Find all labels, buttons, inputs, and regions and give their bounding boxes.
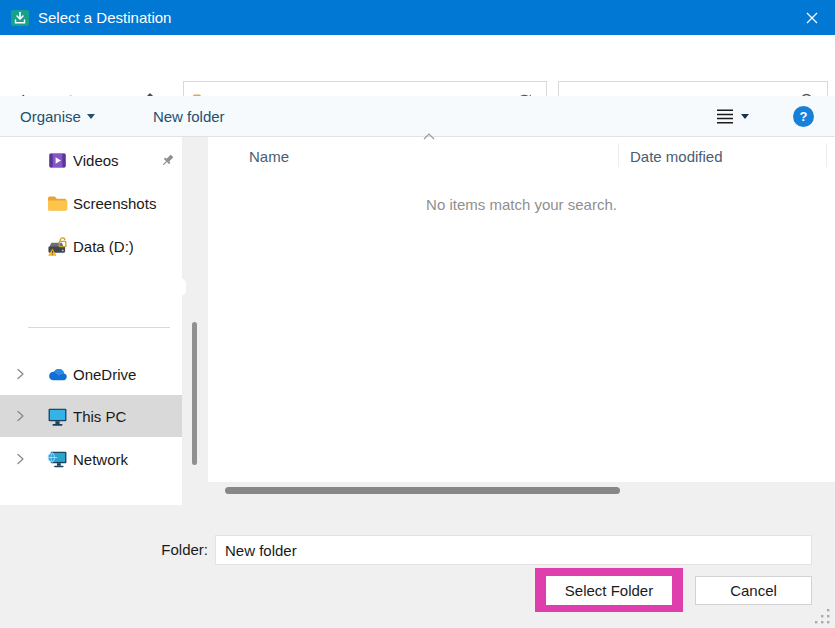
organise-label: Organise (20, 108, 81, 125)
sidebar-item-network[interactable]: Network (0, 438, 182, 480)
videos-icon (47, 150, 68, 171)
horizontal-scrollbar-thumb[interactable] (225, 487, 620, 494)
dropdown-caret-icon (87, 114, 95, 119)
computer-icon (47, 406, 68, 427)
expand-chevron-icon[interactable] (14, 368, 26, 380)
cancel-button[interactable]: Cancel (695, 576, 812, 605)
sidebar-item-label: OneDrive (73, 366, 136, 383)
command-bar: Organise New folder (0, 96, 835, 137)
select-folder-button[interactable]: Select Folder (546, 576, 672, 605)
change-view-button[interactable] (716, 108, 749, 125)
close-icon (805, 11, 819, 25)
sidebar-item-label: Screenshots (73, 195, 156, 212)
titlebar: Select a Destination (0, 0, 835, 35)
sidebar-item-label: Videos (73, 152, 119, 169)
drive-lock-icon (47, 236, 68, 257)
new-folder-menu-button[interactable]: New folder (153, 108, 225, 125)
list-view-icon (716, 108, 734, 125)
folder-field-label: Folder: (100, 541, 208, 558)
sidebar-scrollbar-thumb[interactable] (192, 322, 197, 465)
expand-chevron-icon[interactable] (14, 410, 26, 422)
folder-icon (47, 193, 68, 214)
sort-ascending-icon (422, 132, 436, 141)
resize-grip[interactable] (814, 608, 832, 626)
sidebar-item-onedrive[interactable]: OneDrive (0, 353, 182, 395)
column-separator[interactable] (826, 143, 827, 167)
view-caret-icon (741, 114, 749, 119)
app-download-icon (10, 8, 30, 28)
onedrive-cloud-icon (47, 364, 68, 385)
close-button[interactable] (789, 0, 835, 35)
sidebar-scrollbar-track[interactable] (174, 278, 186, 296)
navigation-sidebar: Videos Screenshots (0, 137, 182, 505)
sidebar-item-videos[interactable]: Videos (0, 139, 182, 181)
window-title: Select a Destination (38, 9, 171, 26)
help-icon: ? (800, 109, 808, 124)
sidebar-item-label: Network (73, 451, 128, 468)
sidebar-item-label: Data (D:) (73, 238, 134, 255)
organise-menu[interactable]: Organise (20, 108, 95, 125)
expand-chevron-icon[interactable] (14, 453, 26, 465)
sidebar-item-this-pc[interactable]: This PC (0, 395, 182, 437)
folder-name-input[interactable] (215, 535, 812, 565)
column-header-name[interactable]: Name (249, 148, 289, 165)
sidebar-divider (28, 327, 170, 328)
file-list-pane: Name Date modified No items match your s… (208, 137, 835, 482)
navigation-toolbar: « Data (D:) › New folder (0, 35, 835, 96)
sidebar-item-label: This PC (73, 408, 126, 425)
help-button[interactable]: ? (793, 106, 814, 127)
new-folder-label: New folder (153, 108, 225, 125)
command-bar-right: ? (716, 96, 835, 137)
column-separator[interactable] (618, 143, 619, 167)
select-destination-dialog: Select a Destination (0, 0, 835, 628)
column-header-date-modified[interactable]: Date modified (630, 148, 723, 165)
sidebar-item-screenshots[interactable]: Screenshots (0, 182, 182, 224)
empty-folder-message: No items match your search. (208, 196, 835, 213)
sidebar-item-data-drive[interactable]: Data (D:) (0, 225, 182, 267)
network-icon (47, 449, 68, 470)
pin-icon (160, 153, 175, 168)
